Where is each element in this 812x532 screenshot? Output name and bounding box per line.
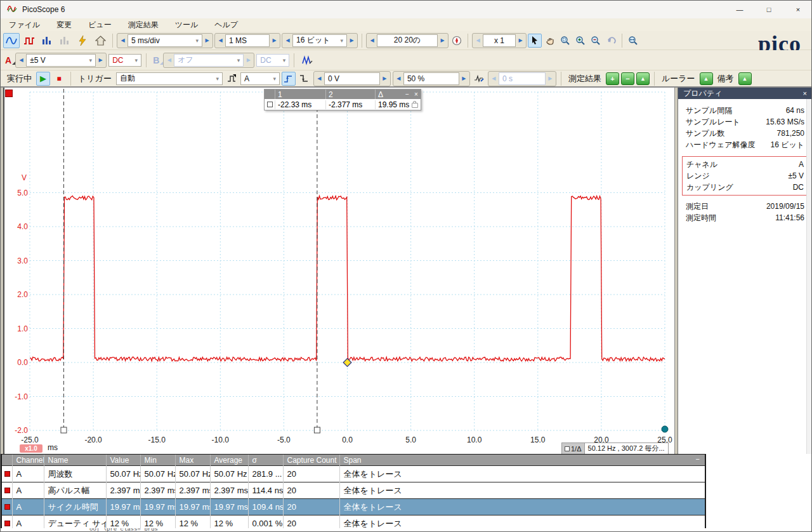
advanced-trigger-button[interactable]: [225, 72, 239, 86]
legend-handle-icon[interactable]: [267, 102, 273, 107]
range-a-next-button[interactable]: ▶: [96, 54, 105, 67]
captures-prev-button[interactable]: ◀: [367, 34, 377, 47]
pretrigger-down-button[interactable]: ◀: [394, 72, 403, 85]
add-measurement-button[interactable]: +: [606, 72, 619, 85]
trigger-mode-select[interactable]: 自動▾: [116, 72, 223, 85]
delay-down-button[interactable]: ◀: [489, 72, 499, 85]
delay-up-button[interactable]: ▶: [546, 72, 555, 85]
persistence-view-button[interactable]: [21, 33, 37, 48]
timebase-next-button[interactable]: ▶: [202, 34, 212, 47]
resolution-next-button[interactable]: ▶: [347, 34, 357, 47]
level-up-button[interactable]: ▶: [380, 72, 390, 85]
resolution-select[interactable]: 16 ビット▾: [292, 34, 347, 47]
run-button[interactable]: ▶: [36, 72, 50, 86]
samples-prev-button[interactable]: ◀: [216, 34, 225, 47]
remove-measurement-button[interactable]: −: [621, 72, 634, 85]
column-header[interactable]: Max: [175, 455, 210, 466]
zoom-next-button[interactable]: ▶: [516, 34, 525, 47]
channel-b-coupling-select[interactable]: DC▾: [256, 54, 289, 67]
notes-button[interactable]: ▲: [738, 72, 752, 85]
frequency-legend[interactable]: 1/Δ 50.12 Hz , 3007.2 毎分...: [561, 442, 669, 455]
corner-marker-dot[interactable]: [662, 426, 668, 432]
channel-a-axis-handle[interactable]: [5, 90, 13, 97]
channel-b-button[interactable]: B: [151, 55, 161, 65]
hand-tool-button[interactable]: [543, 34, 557, 48]
channel-b-range-select[interactable]: オフ▾: [174, 54, 244, 67]
pretrigger-up-button[interactable]: ▶: [459, 72, 469, 85]
picoscope-window: PicoScope 6 — □ × ファイル 変更 ビュー 測定結果 ツール ヘ…: [0, 0, 812, 532]
zoom-full-icon: [628, 36, 638, 46]
scope-view[interactable]: 5.04.03.02.01.00.0-1.0-2.0V-25.0-20.0-15…: [4, 88, 674, 454]
menu-view[interactable]: ビュー: [80, 18, 120, 31]
rising-edge-button[interactable]: [282, 72, 296, 86]
table-collapse-button[interactable]: −: [696, 455, 700, 463]
properties-close-button[interactable]: ×: [803, 90, 807, 97]
buffer-navigator-button[interactable]: [450, 34, 464, 48]
ruler-legend[interactable]: 1 2 Δ − × -22.33 ms -2.377 ms 19.95 ms: [264, 89, 421, 110]
scope-view-button[interactable]: [3, 33, 20, 48]
trigger-source-select[interactable]: A▾: [240, 72, 280, 85]
stop-button[interactable]: ■: [52, 72, 66, 86]
zoom-prev-button[interactable]: ◀: [473, 34, 483, 47]
trigger-level-input[interactable]: 0 V: [324, 72, 380, 85]
trigger-marker[interactable]: [343, 359, 351, 367]
signal-generator-button[interactable]: [299, 53, 315, 68]
menu-help[interactable]: ヘルプ: [206, 18, 246, 31]
column-header[interactable]: Channel: [12, 455, 44, 466]
time-ruler-handle[interactable]: [314, 427, 320, 433]
measurement-row[interactable]: A高パルス幅2.397 ms2.397 ms2.397 ms2.397 ms11…: [2, 482, 705, 499]
home-button[interactable]: [92, 33, 108, 48]
samples-input[interactable]: 1 MS: [225, 34, 270, 47]
normal-cursor-button[interactable]: [528, 34, 542, 48]
timebase-select[interactable]: 5 ms/div▾: [128, 34, 202, 47]
zoom-full-button[interactable]: [626, 34, 640, 48]
range-a-prev-button[interactable]: ◀: [16, 54, 26, 67]
pretrigger-input[interactable]: 50 %: [403, 72, 459, 85]
menu-file[interactable]: ファイル: [1, 18, 48, 31]
minimize-button[interactable]: —: [725, 1, 754, 18]
range-b-prev-button[interactable]: ◀: [164, 54, 174, 67]
column-header[interactable]: Name: [44, 455, 106, 466]
edit-measurement-button[interactable]: ▲: [636, 72, 650, 85]
spectrum-view-button[interactable]: [39, 33, 55, 48]
channel-a-button[interactable]: A: [3, 55, 13, 65]
column-header[interactable]: σ: [248, 455, 283, 466]
falling-edge-button[interactable]: [298, 72, 311, 86]
rulers-button[interactable]: ▲: [700, 72, 713, 85]
measurement-row[interactable]: Aサイクル時間19.97 ms19.97 ms19.97 ms19.97 ms1…: [2, 499, 705, 515]
level-down-button[interactable]: ◀: [315, 72, 324, 85]
close-button[interactable]: ×: [783, 1, 812, 18]
x-axis-multiplier-badge[interactable]: x1.0: [20, 444, 43, 453]
zoom-out-button[interactable]: [589, 34, 603, 48]
lock-icon[interactable]: [412, 103, 418, 108]
column-header[interactable]: Value: [106, 455, 140, 466]
delay-input[interactable]: 0 s: [499, 72, 546, 85]
trigger-level-control: ◀ 0 V ▶: [313, 71, 391, 86]
time-ruler-handle[interactable]: [61, 427, 67, 433]
column-header[interactable]: Capture Count: [283, 455, 339, 466]
resolution-prev-button[interactable]: ◀: [283, 34, 292, 47]
menu-measurements[interactable]: 測定結果: [120, 18, 167, 31]
samples-next-button[interactable]: ▶: [270, 34, 279, 47]
column-header[interactable]: Average: [210, 455, 248, 466]
range-b-next-button[interactable]: ▶: [244, 54, 253, 67]
maximize-button[interactable]: □: [754, 1, 783, 18]
trigger-marker-button[interactable]: [472, 72, 486, 86]
menu-tools[interactable]: ツール: [167, 18, 207, 31]
column-header[interactable]: Span−: [339, 455, 705, 466]
captures-input[interactable]: 20 20の: [377, 34, 438, 47]
timebase-prev-button[interactable]: ◀: [118, 34, 128, 47]
channel-a-range-select[interactable]: ±5 V▾: [26, 54, 96, 67]
measurement-row[interactable]: A周波数50.07 Hz50.07 Hz50.07 Hz50.07 Hz281.…: [2, 466, 705, 482]
captures-next-button[interactable]: ▶: [438, 34, 447, 47]
legend-minimize-button[interactable]: −: [403, 91, 412, 98]
legend-close-button[interactable]: ×: [412, 91, 421, 98]
menu-edit[interactable]: 変更: [48, 18, 80, 31]
zoom-in-button[interactable]: [573, 34, 587, 48]
channel-a-coupling-select[interactable]: DC▾: [108, 54, 141, 67]
marquee-zoom-button[interactable]: [558, 34, 572, 48]
undo-zoom-button[interactable]: [604, 34, 618, 48]
zoom-factor-input[interactable]: x 1: [483, 34, 516, 47]
auto-setup-button[interactable]: [74, 33, 91, 48]
column-header[interactable]: Min: [140, 455, 175, 466]
